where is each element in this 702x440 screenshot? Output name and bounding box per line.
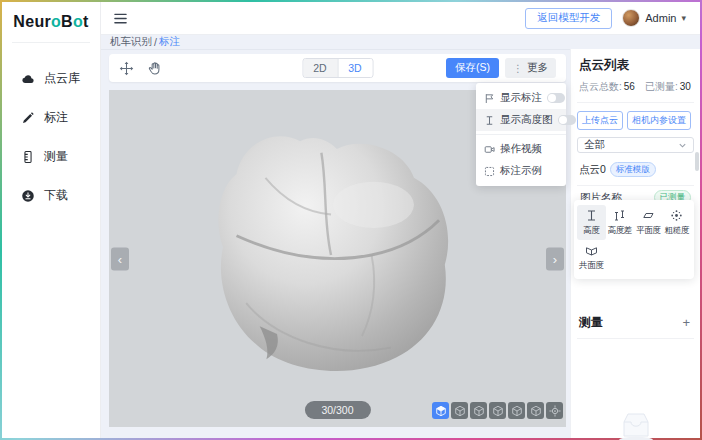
menu-collapse-icon[interactable] — [113, 11, 128, 26]
image-pager-badge: 30/300 — [304, 401, 370, 419]
work-area: 机车识别/标注 2D 3D 保存(S) — [101, 35, 570, 438]
point-cloud-panel: 点云列表 点云总数:56 已测量:30 上传点云 相机内参设置 全部 点云0 标… — [570, 49, 700, 438]
measure-title: 测量 — [579, 314, 603, 331]
sidebar: NeuroBot 点云库 标注 测量 下载 — [2, 2, 101, 438]
canvas-toolbar: 2D 3D 保存(S) ⋮ 更多 — [109, 54, 566, 82]
caret-down-icon: ▾ — [681, 13, 686, 23]
show-annotations-toggle[interactable] — [547, 93, 565, 103]
menu-item-label: 显示高度图 — [500, 113, 553, 127]
view-mode-toggle: 2D 3D — [302, 58, 373, 78]
sidebar-item-download[interactable]: 下载 — [2, 176, 100, 215]
upload-pointcloud-button[interactable]: 上传点云 — [577, 111, 623, 130]
next-image-button[interactable]: › — [546, 247, 564, 270]
view-perspective-button[interactable] — [432, 402, 449, 419]
filter-select[interactable]: 全部 — [577, 137, 694, 153]
tool-height[interactable]: 高度 — [577, 205, 606, 240]
scrollbar-thumb[interactable] — [695, 152, 699, 171]
sidebar-item-label: 标注 — [44, 109, 68, 126]
flag-icon — [484, 93, 495, 104]
view-front-button[interactable] — [451, 402, 468, 419]
breadcrumb: 机车识别/标注 — [101, 35, 570, 50]
sidebar-item-annotate[interactable]: 标注 — [2, 98, 100, 137]
tooth-3d-model[interactable] — [206, 120, 458, 390]
mode-2d-button[interactable]: 2D — [303, 59, 337, 77]
hand-icon[interactable] — [147, 61, 162, 76]
group-name: 点云0 — [579, 163, 606, 177]
view-options-menu: 显示标注 显示高度图 操作视频 — [476, 83, 566, 186]
show-heightmap-toggle[interactable] — [558, 115, 576, 125]
breadcrumb-parent[interactable]: 机车识别 — [110, 35, 152, 49]
sidebar-item-pointcloud-library[interactable]: 点云库 — [2, 59, 100, 98]
stat-value: 56 — [624, 81, 635, 92]
stat-measured: 已测量:30 — [645, 80, 691, 94]
flatness-icon — [642, 209, 655, 222]
sidebar-item-label: 下载 — [44, 187, 68, 204]
tool-height-diff[interactable]: 高度差 — [606, 205, 635, 240]
canvas-zone: 2D 3D 保存(S) ⋮ 更多 — [101, 50, 570, 438]
empty-state: 暂无测量 — [577, 409, 694, 440]
ruler-icon — [21, 150, 35, 164]
back-to-model-dev-button[interactable]: 返回模型开发 — [525, 8, 612, 29]
add-measure-button[interactable]: + — [680, 316, 692, 329]
sidebar-item-measure[interactable]: 测量 — [2, 137, 100, 176]
menu-item-tutorial-video[interactable]: 操作视频 — [476, 138, 566, 160]
menu-item-show-heightmap[interactable]: 显示高度图 — [476, 109, 566, 131]
view-right-button[interactable] — [508, 402, 525, 419]
filter-selected-value: 全部 — [584, 138, 605, 152]
menu-item-show-annotations[interactable]: 显示标注 — [476, 87, 566, 109]
roughness-icon — [670, 209, 683, 222]
pointcloud-group-row[interactable]: 点云0 标准模版 — [577, 161, 694, 186]
panel-buttons: 上传点云 相机内参设置 — [577, 103, 694, 137]
menu-item-label: 操作视频 — [500, 142, 558, 156]
tools-grid: 高度 高度差 平面度 粗糙度 — [577, 205, 691, 275]
panel-stats: 点云总数:56 已测量:30 — [577, 80, 694, 103]
logo-text: Neur — [13, 13, 51, 31]
height-icon — [585, 209, 598, 222]
video-icon — [484, 144, 495, 155]
measure-tools-popup: 高度 高度差 平面度 粗糙度 — [574, 200, 694, 279]
menu-item-annotation-example[interactable]: 标注示例 — [476, 160, 566, 182]
logo-gear-o-icon: o — [73, 13, 83, 31]
tool-label: 高度 — [583, 225, 599, 237]
view-back-button[interactable] — [470, 402, 487, 419]
stat-label: 已测量: — [645, 81, 678, 92]
breadcrumb-separator: / — [154, 36, 157, 48]
view-top-button[interactable] — [527, 402, 544, 419]
tool-label: 共面度 — [579, 260, 604, 272]
content-row: 机车识别/标注 2D 3D 保存(S) — [101, 35, 700, 438]
pen-icon — [21, 111, 35, 125]
toolbar-right-group: 保存(S) ⋮ 更多 — [446, 58, 556, 78]
tool-roughness[interactable]: 粗糙度 — [663, 205, 692, 240]
cloud-icon — [21, 72, 35, 86]
main-column: 返回模型开发 Admin ▾ 机车识别/标注 — [101, 2, 700, 438]
view-cube-toolbar — [432, 402, 563, 419]
chevron-down-icon — [678, 141, 687, 150]
app-logo: NeuroBot — [2, 2, 100, 42]
more-button[interactable]: ⋮ 更多 — [505, 58, 556, 78]
divider — [476, 134, 566, 135]
template-badge: 标准模版 — [610, 162, 656, 177]
coplanarity-icon — [585, 244, 598, 257]
avatar — [622, 9, 640, 27]
vertical-dots-icon: ⋮ — [513, 63, 523, 74]
more-label: 更多 — [527, 61, 548, 75]
stat-value: 30 — [680, 81, 691, 92]
view-left-button[interactable] — [489, 402, 506, 419]
frame-icon — [484, 166, 495, 177]
height-map-icon — [484, 115, 495, 126]
tool-coplanarity[interactable]: 共面度 — [577, 240, 606, 275]
locate-button[interactable] — [546, 402, 563, 419]
previous-image-button[interactable]: ‹ — [111, 247, 129, 270]
pan-icon[interactable] — [119, 61, 134, 76]
logo-text: t — [83, 13, 89, 31]
save-button[interactable]: 保存(S) — [446, 58, 499, 78]
top-header: 返回模型开发 Admin ▾ — [101, 2, 700, 35]
logo-gear-o-icon: o — [51, 13, 61, 31]
mode-3d-button[interactable]: 3D — [337, 59, 372, 77]
tool-flatness[interactable]: 平面度 — [634, 205, 663, 240]
breadcrumb-current: 标注 — [159, 35, 180, 49]
sidebar-nav: 点云库 标注 测量 下载 — [2, 43, 100, 215]
logo-text: B — [61, 13, 73, 31]
camera-intrinsics-button[interactable]: 相机内参设置 — [627, 111, 691, 130]
user-menu[interactable]: Admin ▾ — [622, 9, 686, 27]
